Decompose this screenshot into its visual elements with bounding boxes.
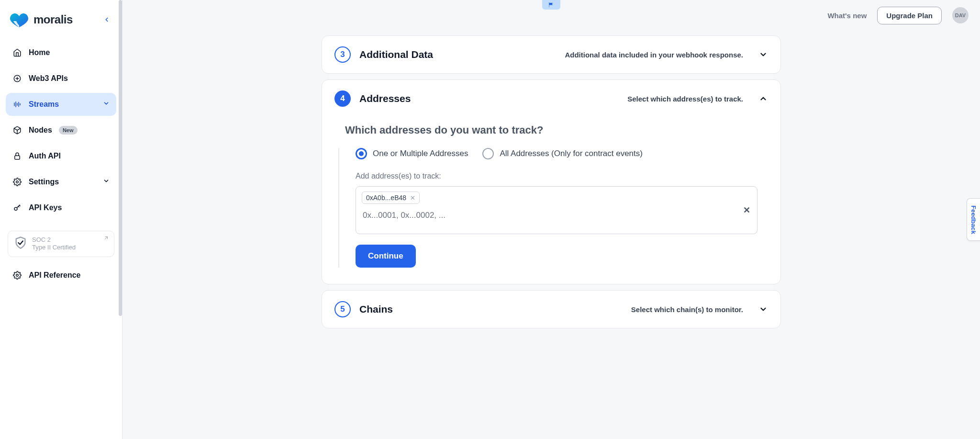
new-badge: New — [59, 126, 78, 135]
radio-one-or-multiple[interactable]: One or Multiple Addresses — [356, 148, 468, 159]
soc2-line2: Type II Certified — [32, 244, 76, 251]
sidebar-item-auth-api[interactable]: Auth API — [6, 145, 116, 168]
feedback-tab[interactable]: Feedback — [967, 198, 980, 241]
sidebar-item-nodes[interactable]: Nodes New — [6, 119, 116, 142]
radio-all-addresses[interactable]: All Addresses (Only for contract events) — [482, 148, 643, 159]
svg-line-11 — [20, 205, 21, 206]
address-tag-text: 0xA0b...eB48 — [366, 194, 406, 202]
sidebar-item-label: Settings — [29, 178, 59, 186]
home-icon — [12, 48, 22, 57]
radio-icon — [482, 148, 494, 159]
step-subtitle: Select which address(es) to track. — [627, 95, 743, 103]
radio-icon — [356, 148, 367, 159]
sidebar-item-api-reference[interactable]: API Reference — [6, 264, 116, 287]
cube-icon — [12, 74, 22, 83]
address-mode-radio-group: One or Multiple Addresses All Addresses … — [356, 148, 757, 159]
sidebar-item-label: Nodes — [29, 126, 52, 135]
box-icon — [12, 125, 22, 135]
gear-icon — [12, 270, 22, 280]
step-title: Chains — [359, 304, 393, 315]
sidebar-item-label: API Keys — [29, 203, 62, 212]
soc2-card[interactable]: SOC 2 Type II Certified — [8, 231, 114, 257]
soc2-line1: SOC 2 — [32, 236, 76, 244]
brand-mark-icon — [10, 11, 29, 28]
sidebar-item-label: Auth API — [29, 152, 61, 160]
clear-input-icon[interactable]: ✕ — [743, 205, 750, 215]
sidebar-item-label: API Reference — [29, 271, 81, 280]
key-icon — [12, 203, 22, 213]
step-title: Addresses — [359, 93, 411, 104]
radio-label: One or Multiple Addresses — [373, 149, 468, 158]
step-number: 3 — [334, 46, 351, 63]
step-subtitle: Additional data included in your webhook… — [565, 51, 743, 59]
streams-icon — [12, 100, 22, 109]
external-link-icon — [103, 235, 109, 243]
brand-logo[interactable]: moralis — [10, 11, 73, 28]
step-question: Which addresses do you want to track? — [345, 124, 757, 136]
sidebar-item-label: Streams — [29, 100, 59, 109]
sidebar: moralis Home Web3 APIs — [0, 0, 122, 439]
radio-label: All Addresses (Only for contract events) — [500, 149, 643, 158]
step-subtitle: Select which chain(s) to monitor. — [631, 305, 743, 314]
sidebar-item-settings[interactable]: Settings — [6, 170, 116, 193]
step-card-addresses: 4 Addresses Select which address(es) to … — [322, 79, 781, 284]
lock-icon — [12, 151, 22, 161]
step-header[interactable]: 3 Additional Data Additional data includ… — [322, 36, 780, 73]
sidebar-item-label: Web3 APIs — [29, 74, 68, 83]
sidebar-scrollbar[interactable] — [119, 0, 122, 439]
chevron-down-icon — [758, 304, 768, 314]
continue-button[interactable]: Continue — [356, 245, 416, 268]
svg-line-12 — [18, 206, 19, 207]
svg-rect-7 — [15, 156, 20, 159]
step-number: 4 — [334, 90, 351, 107]
svg-point-13 — [16, 274, 19, 276]
sidebar-item-label: Home — [29, 48, 50, 57]
brand-name: moralis — [33, 13, 73, 26]
sidebar-item-home[interactable]: Home — [6, 41, 116, 64]
step-card-additional-data: 3 Additional Data Additional data includ… — [322, 35, 781, 74]
chevron-up-icon — [758, 94, 768, 103]
step-header[interactable]: 5 Chains Select which chain(s) to monito… — [322, 291, 780, 328]
gear-icon — [12, 177, 22, 187]
sidebar-item-web3-apis[interactable]: Web3 APIs — [6, 67, 116, 90]
step-header[interactable]: 4 Addresses Select which address(es) to … — [322, 80, 780, 117]
sidebar-collapse-button[interactable] — [101, 14, 112, 25]
sidebar-item-streams[interactable]: Streams — [6, 93, 116, 116]
chevron-down-icon — [103, 178, 110, 186]
address-tag: 0xA0b...eB48 ✕ — [362, 191, 420, 204]
address-field-label: Add address(es) to track: — [356, 172, 757, 180]
address-input-container[interactable]: 0xA0b...eB48 ✕ ✕ — [356, 186, 757, 234]
remove-tag-icon[interactable]: ✕ — [410, 194, 415, 202]
step-title: Additional Data — [359, 49, 433, 60]
sidebar-nav: Home Web3 APIs Streams — [6, 41, 116, 287]
shield-check-icon — [14, 236, 27, 251]
address-input[interactable] — [362, 209, 751, 222]
chevron-down-icon — [103, 100, 110, 109]
step-number: 5 — [334, 301, 351, 317]
main: What's new Upgrade Plan DAV 3 Additional… — [122, 0, 980, 439]
sidebar-item-api-keys[interactable]: API Keys — [6, 196, 116, 219]
step-card-chains: 5 Chains Select which chain(s) to monito… — [322, 290, 781, 328]
chevron-down-icon — [758, 50, 768, 59]
svg-point-8 — [16, 181, 19, 183]
